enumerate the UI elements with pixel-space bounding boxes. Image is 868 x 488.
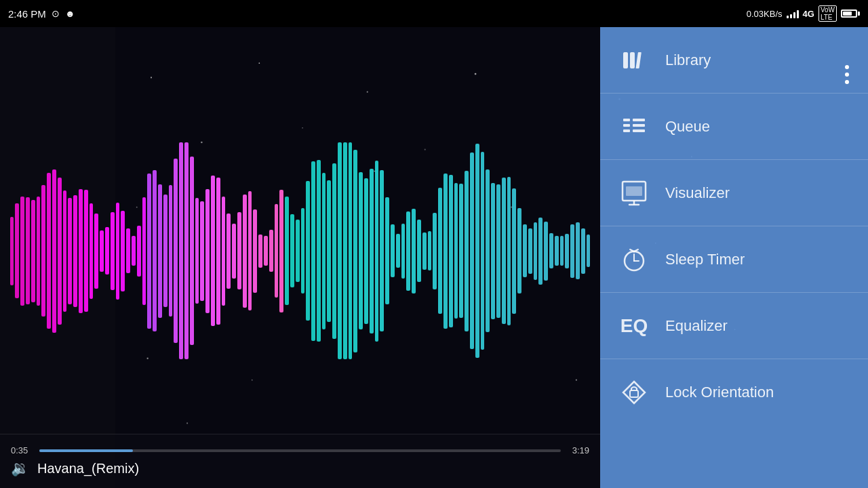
waveform-bar [15, 203, 19, 298]
waveform-bar [332, 163, 336, 339]
waveform-bar [169, 185, 173, 317]
waveform-bar [84, 190, 88, 312]
library-label: Library [665, 52, 711, 69]
total-time: 3:19 [568, 445, 589, 455]
waveform-bar [396, 234, 400, 268]
waveform-bar [481, 152, 485, 350]
more-options-button[interactable] [840, 60, 854, 89]
waveform-bar [279, 190, 283, 312]
waveform-bar [31, 200, 35, 302]
volume-icon[interactable]: 🔉 [11, 460, 29, 477]
svg-rect-40 [630, 390, 638, 397]
waveform-bar [237, 212, 241, 289]
waveform-bar [534, 222, 538, 280]
waveform-bar [163, 195, 167, 307]
waveform-bar [385, 197, 389, 304]
waveform-bar [412, 209, 416, 293]
waveform-bar [264, 236, 268, 266]
waveform-bar [581, 228, 585, 274]
notification-icon-1: ⊙ [52, 8, 60, 19]
svg-rect-28 [633, 124, 645, 127]
vow-label: VoWLTE [818, 5, 837, 22]
waveform-bar [232, 224, 236, 279]
progress-row: 0:35 3:19 [11, 445, 589, 455]
waveform-bar [523, 224, 527, 277]
waveform-bar [147, 174, 151, 329]
waveform-bar [158, 184, 162, 318]
menu-item-library[interactable]: Library [600, 27, 868, 94]
waveform-bar [491, 183, 495, 319]
svg-rect-29 [633, 129, 645, 132]
waveform-bar [190, 157, 194, 345]
status-bar: 2:46 PM ⊙ ☻ 0.03KB/s 4G VoWLTE [0, 0, 868, 27]
sleep-timer-label: Sleep Timer [665, 251, 745, 268]
menu-item-lock-orientation[interactable]: Lock Orientation [600, 359, 868, 426]
waveform-bar [73, 195, 77, 307]
waveform-bar [63, 190, 67, 312]
waveform-bar [428, 231, 432, 270]
waveform-bar [353, 150, 357, 352]
waveform-bar [465, 171, 469, 331]
progress-fill [39, 449, 133, 452]
svg-point-39 [633, 250, 635, 252]
waveform-bar [137, 226, 141, 277]
visualizer-label: Visualizer [665, 184, 730, 202]
main-area: 0:35 3:19 🔉 Havana_(Remix) [0, 27, 868, 488]
waveform-bar [555, 236, 559, 266]
battery-icon [841, 9, 860, 18]
waveform-bar [132, 236, 136, 266]
waveform-bar [560, 236, 564, 266]
waveform-bar [184, 142, 189, 359]
waveform-bar [111, 212, 115, 290]
waveform-bar [422, 232, 427, 270]
waveform-bar [502, 178, 506, 324]
waveform-bar [116, 203, 120, 300]
network-type: 4G [803, 9, 814, 19]
waveform-bar [200, 201, 204, 301]
menu-item-equalizer[interactable]: EQ Equalizer [600, 293, 868, 359]
waveform-bar [275, 204, 279, 298]
waveform-bar [449, 175, 453, 327]
waveform-bar [538, 218, 542, 285]
waveform-bar [47, 173, 51, 329]
waveform-bar [401, 224, 406, 279]
menu-item-sleep-timer[interactable]: Sleep Timer [600, 226, 868, 293]
dropdown-menu: Library Queue [600, 27, 868, 488]
waveform-bar [549, 233, 553, 268]
queue-label: Queue [665, 118, 710, 136]
waveform-bar [338, 142, 342, 359]
waveform-bar [216, 178, 220, 325]
waveform-bar [544, 222, 548, 281]
svg-rect-27 [633, 119, 645, 121]
menu-item-visualizer[interactable]: Visualizer [600, 160, 868, 226]
lock-orientation-icon [619, 378, 649, 407]
waveform-bar [179, 142, 183, 359]
data-speed: 0.03KB/s [747, 9, 783, 19]
equalizer-icon: EQ [619, 311, 649, 341]
dot [845, 73, 849, 77]
waveform-bar [306, 181, 310, 321]
svg-rect-26 [623, 129, 630, 132]
menu-item-queue[interactable]: Queue [600, 94, 868, 160]
waveform-bar [248, 191, 252, 310]
waveform-bar [153, 170, 157, 331]
waveform-bar [301, 208, 305, 293]
player-bar: 0:35 3:19 🔉 Havana_(Remix) [0, 434, 600, 488]
waveform-bar [94, 214, 98, 289]
waveform-bar [576, 222, 580, 279]
waveform-bar [327, 180, 331, 322]
waveform-bar [349, 142, 353, 359]
progress-bar[interactable] [39, 449, 561, 452]
svg-rect-31 [626, 186, 642, 196]
waveform-bar [311, 161, 315, 341]
waveform-bar [68, 198, 72, 304]
waveform-bar [20, 197, 24, 306]
waveform-bar [79, 189, 83, 313]
waveform-bar [486, 169, 490, 332]
library-icon [619, 45, 649, 75]
waveform-bar [587, 235, 591, 267]
waveform-bar [406, 211, 410, 291]
svg-rect-23 [636, 52, 642, 68]
dot [845, 65, 849, 69]
waveform-bar [142, 197, 146, 305]
